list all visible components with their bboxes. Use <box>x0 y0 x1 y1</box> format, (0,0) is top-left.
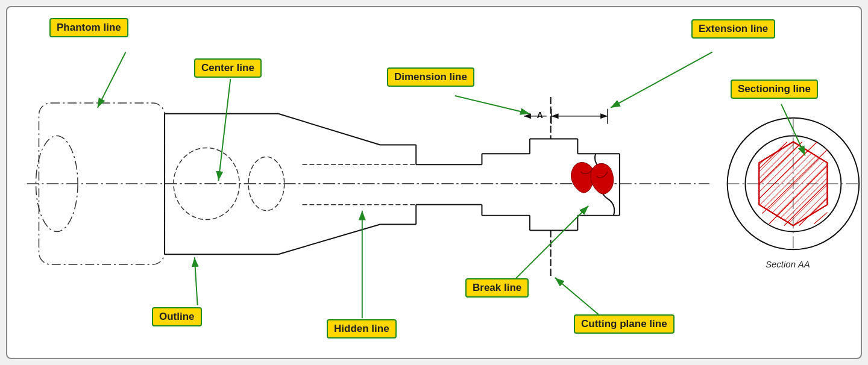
svg-marker-48 <box>759 142 827 225</box>
outline-label: Outline <box>152 307 202 326</box>
svg-line-12 <box>278 225 380 255</box>
center-line-label: Center line <box>194 58 262 78</box>
phantom-line-label: Phantom line <box>49 18 128 37</box>
svg-text:A: A <box>537 110 543 120</box>
break-line-label: Break line <box>465 278 529 298</box>
svg-line-59 <box>218 79 230 181</box>
svg-line-63 <box>195 257 198 305</box>
extension-line-label: Extension line <box>691 19 775 39</box>
hidden-line-label: Hidden line <box>327 319 397 338</box>
svg-line-58 <box>98 52 126 107</box>
cutting-plane-line-label: Cutting plane line <box>574 314 675 334</box>
sectioning-line-label: Sectioning line <box>731 80 818 99</box>
svg-line-61 <box>611 52 712 107</box>
svg-line-56 <box>814 213 828 224</box>
section-aa-label: Section AA <box>766 259 810 269</box>
dimension-line-label: Dimension line <box>387 67 474 87</box>
svg-line-11 <box>278 114 380 145</box>
svg-line-60 <box>455 96 530 114</box>
main-container: A <box>6 6 862 359</box>
